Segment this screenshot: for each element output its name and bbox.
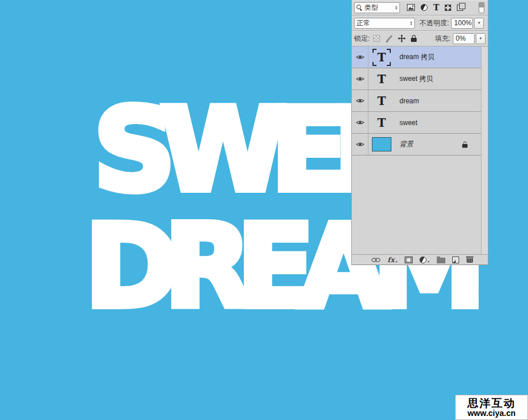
- lock-position-icon[interactable]: [398, 34, 406, 42]
- shape-layer-filter-icon[interactable]: [445, 5, 451, 11]
- layer-name[interactable]: sweet: [399, 119, 417, 127]
- delete-layer-icon[interactable]: [466, 256, 473, 263]
- blend-opacity-row: 正常 ▲▼ 不透明度: 100% ▼: [352, 15, 488, 31]
- new-layer-icon[interactable]: [452, 256, 459, 263]
- watermark-url: www.ciya.cn: [468, 409, 516, 418]
- opacity-label: 不透明度:: [420, 18, 449, 28]
- eye-icon: [356, 76, 364, 82]
- filter-kind-label: 类型: [364, 3, 378, 13]
- layer-row-sweet[interactable]: T sweet: [352, 112, 482, 134]
- layer-row-background[interactable]: 背景: [352, 134, 482, 155]
- lock-transparent-pixels-icon[interactable]: [373, 35, 380, 42]
- fill-dropdown-button[interactable]: ▼: [476, 33, 486, 44]
- layer-name[interactable]: dream: [399, 97, 419, 105]
- eye-icon: [356, 54, 364, 60]
- watermark-brand: 思洋互动: [468, 398, 516, 409]
- layers-panel: 类型 ▲▼ T 正常 ▲▼ 不透明度: 100% ▼ 锁定:: [351, 0, 488, 265]
- eye-icon: [356, 119, 364, 126]
- new-group-icon[interactable]: [437, 258, 445, 263]
- layers-panel-bottom-bar: fx▼ ▼: [352, 254, 488, 265]
- layer-list-scrollbar[interactable]: [481, 48, 488, 255]
- type-layer-thumbnail[interactable]: T: [378, 116, 386, 130]
- fill-input[interactable]: 0%: [453, 33, 475, 44]
- type-layer-filter-icon[interactable]: T: [433, 3, 439, 12]
- layer-row-dream-copy[interactable]: T dream 拷贝: [352, 46, 482, 68]
- lock-image-pixels-icon[interactable]: [385, 35, 393, 42]
- lock-all-icon[interactable]: [411, 35, 417, 42]
- select-spinner-icon: ▲▼: [407, 21, 413, 25]
- eye-icon: [356, 141, 364, 147]
- fill-value: 0%: [456, 34, 465, 42]
- lock-label: 锁定:: [354, 34, 370, 44]
- select-spinner-icon: ▲▼: [393, 5, 398, 10]
- site-watermark: 思洋互动 www.ciya.cn: [455, 395, 528, 420]
- blend-mode-value: 正常: [356, 18, 370, 28]
- visibility-toggle[interactable]: [352, 112, 368, 133]
- new-adjustment-layer-icon[interactable]: ▼: [420, 256, 430, 263]
- layer-style-fx-icon[interactable]: fx▼: [387, 256, 398, 263]
- lock-fill-row: 锁定: 填充: 0% ▼: [352, 31, 488, 46]
- layer-row-dream[interactable]: T dream: [352, 90, 482, 112]
- visibility-toggle[interactable]: [352, 90, 368, 111]
- layer-row-sweet-copy[interactable]: T sweet 拷贝: [352, 68, 482, 90]
- opacity-dropdown-button[interactable]: ▼: [474, 18, 484, 29]
- eye-icon: [356, 98, 364, 104]
- type-layer-thumbnail[interactable]: T: [378, 72, 386, 86]
- visibility-toggle[interactable]: [352, 68, 368, 90]
- type-layer-thumbnail[interactable]: T: [378, 94, 386, 108]
- visibility-toggle[interactable]: [352, 46, 368, 68]
- adjustment-layer-filter-icon[interactable]: [421, 4, 428, 11]
- fill-label: 填充:: [435, 34, 451, 44]
- opacity-input[interactable]: 100%: [451, 18, 473, 29]
- pixel-layer-filter-icon[interactable]: [407, 4, 415, 11]
- visibility-toggle[interactable]: [352, 134, 368, 155]
- background-lock-icon: [462, 141, 467, 147]
- blend-mode-select[interactable]: 正常 ▲▼: [354, 18, 415, 29]
- link-layers-icon[interactable]: [371, 257, 381, 263]
- search-icon: [356, 5, 363, 11]
- smart-object-filter-icon[interactable]: [457, 5, 463, 11]
- add-layer-mask-icon[interactable]: [405, 256, 413, 263]
- layer-name[interactable]: dream 拷贝: [399, 52, 434, 62]
- layer-name[interactable]: 背景: [399, 139, 413, 149]
- filter-toggle-switch[interactable]: [479, 2, 484, 13]
- layer-name[interactable]: sweet 拷贝: [399, 74, 433, 84]
- layer-list: T dream 拷贝 T sweet 拷贝 T dream: [352, 46, 488, 155]
- type-layer-thumbnail[interactable]: T: [378, 50, 386, 64]
- background-layer-thumbnail[interactable]: [372, 137, 391, 151]
- layer-filter-row: 类型 ▲▼ T: [352, 0, 488, 15]
- opacity-value: 100%: [454, 19, 472, 27]
- filter-kind-select[interactable]: 类型 ▲▼: [354, 2, 400, 13]
